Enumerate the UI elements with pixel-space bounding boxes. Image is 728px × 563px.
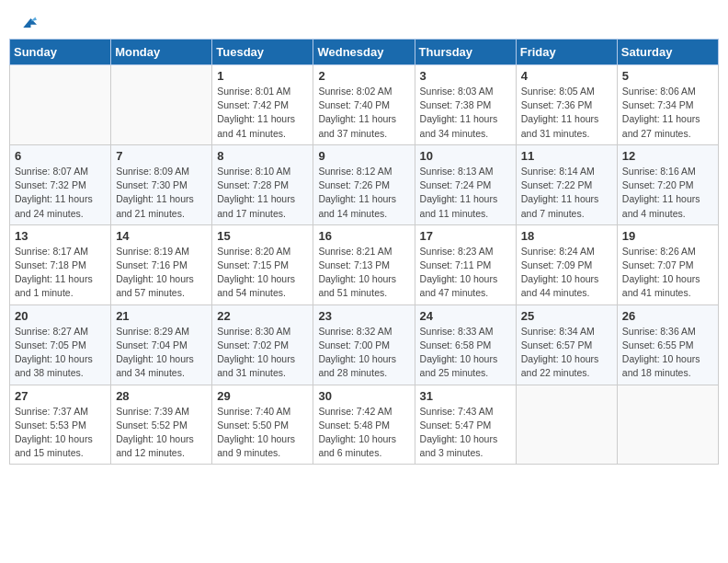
logo-icon xyxy=(20,17,37,29)
calendar-cell: 8Sunrise: 8:10 AMSunset: 7:28 PMDaylight… xyxy=(212,144,313,224)
calendar-cell: 31Sunrise: 7:43 AMSunset: 5:47 PMDayligh… xyxy=(415,385,516,465)
day-info: Sunrise: 8:13 AMSunset: 7:24 PMDaylight:… xyxy=(420,165,511,221)
weekday-header: Tuesday xyxy=(212,40,313,65)
weekday-header: Thursday xyxy=(415,40,516,65)
calendar-cell: 3Sunrise: 8:03 AMSunset: 7:38 PMDaylight… xyxy=(415,65,516,145)
day-info: Sunrise: 8:29 AMSunset: 7:04 PMDaylight:… xyxy=(116,325,207,381)
day-number: 9 xyxy=(318,149,409,163)
day-number: 4 xyxy=(521,69,612,83)
calendar-week-row: 13Sunrise: 8:17 AMSunset: 7:18 PMDayligh… xyxy=(10,224,719,304)
day-number: 21 xyxy=(116,309,207,323)
day-number: 25 xyxy=(521,309,612,323)
day-info: Sunrise: 8:23 AMSunset: 7:11 PMDaylight:… xyxy=(420,245,511,301)
day-info: Sunrise: 8:19 AMSunset: 7:16 PMDaylight:… xyxy=(116,245,207,301)
day-info: Sunrise: 8:24 AMSunset: 7:09 PMDaylight:… xyxy=(521,245,612,301)
calendar-cell: 28Sunrise: 7:39 AMSunset: 5:52 PMDayligh… xyxy=(111,385,212,465)
calendar-cell: 16Sunrise: 8:21 AMSunset: 7:13 PMDayligh… xyxy=(313,224,415,304)
day-info: Sunrise: 8:27 AMSunset: 7:05 PMDaylight:… xyxy=(15,325,106,381)
weekday-header: Sunday xyxy=(10,40,111,65)
calendar-cell: 5Sunrise: 8:06 AMSunset: 7:34 PMDaylight… xyxy=(617,65,718,145)
day-number: 22 xyxy=(217,309,308,323)
calendar-table: SundayMondayTuesdayWednesdayThursdayFrid… xyxy=(9,39,719,465)
calendar-cell: 20Sunrise: 8:27 AMSunset: 7:05 PMDayligh… xyxy=(10,304,111,385)
day-info: Sunrise: 8:09 AMSunset: 7:30 PMDaylight:… xyxy=(116,165,207,221)
calendar-cell xyxy=(617,385,718,465)
calendar-cell: 13Sunrise: 8:17 AMSunset: 7:18 PMDayligh… xyxy=(10,224,111,304)
day-number: 8 xyxy=(217,149,308,163)
calendar-cell: 12Sunrise: 8:16 AMSunset: 7:20 PMDayligh… xyxy=(617,144,718,224)
calendar-week-row: 1Sunrise: 8:01 AMSunset: 7:42 PMDaylight… xyxy=(10,65,719,145)
calendar-cell: 22Sunrise: 8:30 AMSunset: 7:02 PMDayligh… xyxy=(212,304,313,385)
calendar-cell: 9Sunrise: 8:12 AMSunset: 7:26 PMDaylight… xyxy=(313,144,415,224)
svg-marker-1 xyxy=(30,17,37,21)
day-info: Sunrise: 8:12 AMSunset: 7:26 PMDaylight:… xyxy=(318,165,409,221)
day-info: Sunrise: 8:21 AMSunset: 7:13 PMDaylight:… xyxy=(318,245,409,301)
day-info: Sunrise: 8:26 AMSunset: 7:07 PMDaylight:… xyxy=(622,245,713,301)
logo xyxy=(18,17,37,29)
day-number: 29 xyxy=(217,389,308,403)
calendar-cell: 25Sunrise: 8:34 AMSunset: 6:57 PMDayligh… xyxy=(516,304,617,385)
day-number: 3 xyxy=(420,69,511,83)
day-number: 15 xyxy=(217,229,308,243)
day-number: 24 xyxy=(420,309,511,323)
day-info: Sunrise: 7:42 AMSunset: 5:48 PMDaylight:… xyxy=(318,405,409,461)
calendar-cell: 4Sunrise: 8:05 AMSunset: 7:36 PMDaylight… xyxy=(516,65,617,145)
calendar-cell: 18Sunrise: 8:24 AMSunset: 7:09 PMDayligh… xyxy=(516,224,617,304)
day-number: 31 xyxy=(420,389,511,403)
day-number: 5 xyxy=(622,69,713,83)
day-info: Sunrise: 8:07 AMSunset: 7:32 PMDaylight:… xyxy=(15,165,106,221)
day-info: Sunrise: 8:17 AMSunset: 7:18 PMDaylight:… xyxy=(15,245,106,301)
day-info: Sunrise: 7:37 AMSunset: 5:53 PMDaylight:… xyxy=(15,405,106,461)
day-number: 10 xyxy=(420,149,511,163)
day-info: Sunrise: 8:32 AMSunset: 7:00 PMDaylight:… xyxy=(318,325,409,381)
calendar-cell: 2Sunrise: 8:02 AMSunset: 7:40 PMDaylight… xyxy=(313,65,415,145)
calendar-cell xyxy=(516,385,617,465)
calendar-cell: 11Sunrise: 8:14 AMSunset: 7:22 PMDayligh… xyxy=(516,144,617,224)
day-info: Sunrise: 8:20 AMSunset: 7:15 PMDaylight:… xyxy=(217,245,308,301)
calendar-cell xyxy=(111,65,212,145)
calendar-cell: 10Sunrise: 8:13 AMSunset: 7:24 PMDayligh… xyxy=(415,144,516,224)
day-info: Sunrise: 8:03 AMSunset: 7:38 PMDaylight:… xyxy=(420,85,511,141)
calendar-cell: 26Sunrise: 8:36 AMSunset: 6:55 PMDayligh… xyxy=(617,304,718,385)
weekday-header: Wednesday xyxy=(313,40,415,65)
calendar-cell: 17Sunrise: 8:23 AMSunset: 7:11 PMDayligh… xyxy=(415,224,516,304)
day-number: 16 xyxy=(318,229,409,243)
header xyxy=(9,9,719,35)
calendar-cell: 30Sunrise: 7:42 AMSunset: 5:48 PMDayligh… xyxy=(313,385,415,465)
calendar-cell: 23Sunrise: 8:32 AMSunset: 7:00 PMDayligh… xyxy=(313,304,415,385)
calendar-cell: 29Sunrise: 7:40 AMSunset: 5:50 PMDayligh… xyxy=(212,385,313,465)
day-number: 14 xyxy=(116,229,207,243)
day-info: Sunrise: 8:30 AMSunset: 7:02 PMDaylight:… xyxy=(217,325,308,381)
calendar-header-row: SundayMondayTuesdayWednesdayThursdayFrid… xyxy=(10,40,719,65)
day-number: 30 xyxy=(318,389,409,403)
calendar-cell: 27Sunrise: 7:37 AMSunset: 5:53 PMDayligh… xyxy=(10,385,111,465)
calendar-cell: 21Sunrise: 8:29 AMSunset: 7:04 PMDayligh… xyxy=(111,304,212,385)
calendar-cell: 1Sunrise: 8:01 AMSunset: 7:42 PMDaylight… xyxy=(212,65,313,145)
calendar-cell: 15Sunrise: 8:20 AMSunset: 7:15 PMDayligh… xyxy=(212,224,313,304)
calendar-week-row: 20Sunrise: 8:27 AMSunset: 7:05 PMDayligh… xyxy=(10,304,719,385)
day-info: Sunrise: 8:33 AMSunset: 6:58 PMDaylight:… xyxy=(420,325,511,381)
calendar-cell: 24Sunrise: 8:33 AMSunset: 6:58 PMDayligh… xyxy=(415,304,516,385)
day-number: 20 xyxy=(15,309,106,323)
day-number: 17 xyxy=(420,229,511,243)
calendar-cell: 7Sunrise: 8:09 AMSunset: 7:30 PMDaylight… xyxy=(111,144,212,224)
calendar-cell: 6Sunrise: 8:07 AMSunset: 7:32 PMDaylight… xyxy=(10,144,111,224)
day-info: Sunrise: 8:14 AMSunset: 7:22 PMDaylight:… xyxy=(521,165,612,221)
day-number: 28 xyxy=(116,389,207,403)
day-info: Sunrise: 8:34 AMSunset: 6:57 PMDaylight:… xyxy=(521,325,612,381)
day-info: Sunrise: 8:10 AMSunset: 7:28 PMDaylight:… xyxy=(217,165,308,221)
weekday-header: Monday xyxy=(111,40,212,65)
calendar-cell xyxy=(10,65,111,145)
day-number: 12 xyxy=(622,149,713,163)
day-info: Sunrise: 8:02 AMSunset: 7:40 PMDaylight:… xyxy=(318,85,409,141)
day-number: 19 xyxy=(622,229,713,243)
day-info: Sunrise: 7:40 AMSunset: 5:50 PMDaylight:… xyxy=(217,405,308,461)
calendar-week-row: 6Sunrise: 8:07 AMSunset: 7:32 PMDaylight… xyxy=(10,144,719,224)
day-info: Sunrise: 8:05 AMSunset: 7:36 PMDaylight:… xyxy=(521,85,612,141)
day-number: 11 xyxy=(521,149,612,163)
day-number: 27 xyxy=(15,389,106,403)
calendar-week-row: 27Sunrise: 7:37 AMSunset: 5:53 PMDayligh… xyxy=(10,385,719,465)
day-number: 18 xyxy=(521,229,612,243)
day-number: 1 xyxy=(217,69,308,83)
day-number: 7 xyxy=(116,149,207,163)
